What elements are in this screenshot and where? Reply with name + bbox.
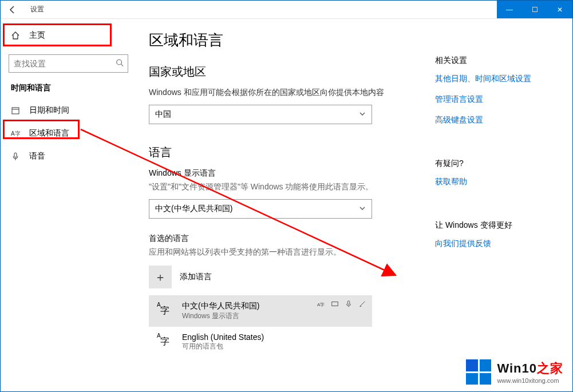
window-controls: — ☐ ✕: [497, 1, 572, 18]
text-to-speech-icon: [331, 300, 339, 310]
right-column: 相关设置 其他日期、时间和区域设置 管理语言设置 高级键盘设置 有疑问? 获取帮…: [435, 30, 555, 391]
display-language-desc: "设置"和"文件资源管理器"等 Windows 功能将使用此语言显示。: [149, 182, 389, 192]
svg-point-0: [117, 60, 122, 65]
region-heading: 国家或地区: [149, 64, 389, 80]
handwriting-icon: [358, 300, 366, 310]
sidebar-item-datetime[interactable]: 日期和时间: [1, 99, 136, 122]
microphone-icon: [11, 152, 22, 161]
feedback-link[interactable]: 向我们提供反馈: [435, 239, 555, 249]
page-title: 区域和语言: [149, 30, 389, 50]
display-language-label: Windows 显示语言: [149, 168, 389, 179]
add-language-button[interactable]: ＋ 添加语言: [149, 264, 389, 290]
country-value: 中国: [155, 109, 171, 120]
get-help-link[interactable]: 获取帮助: [435, 177, 555, 187]
preferred-languages-desc: 应用和网站将以列表中受支持的第一种语言进行显示。: [149, 247, 389, 258]
language-heading: 语言: [149, 145, 389, 160]
home-label: 主页: [29, 30, 45, 41]
svg-text:A字: A字: [317, 302, 325, 307]
language-glyph-icon: 字: [156, 302, 174, 320]
language-item-chinese[interactable]: 字 中文(中华人民共和国) Windows 显示语言 A字: [149, 295, 372, 327]
home-icon: [11, 31, 22, 40]
speech-microphone-icon: [345, 300, 353, 310]
home-button[interactable]: 主页: [1, 25, 136, 46]
main: 区域和语言 国家或地区 Windows 和应用可能会根据你所在的国家或地区向你提…: [136, 19, 572, 391]
watermark-logo-icon: [466, 359, 491, 385]
display-language-value: 中文(中华人民共和国): [155, 204, 232, 214]
back-button[interactable]: [1, 1, 26, 18]
svg-line-1: [121, 64, 124, 66]
language-glyph-icon: 字: [156, 333, 174, 351]
svg-rect-8: [347, 301, 350, 304]
titlebar: 设置 — ☐ ✕: [1, 1, 572, 19]
minimize-button[interactable]: —: [497, 1, 522, 18]
svg-text:A字: A字: [11, 130, 20, 137]
maximize-button[interactable]: ☐: [522, 1, 547, 18]
window-title: 设置: [26, 1, 44, 18]
sidebar-item-label: 日期和时间: [29, 105, 69, 116]
plus-icon: ＋: [149, 266, 172, 288]
language-item-english[interactable]: 字 English (United States) 可用的语言包: [149, 327, 372, 357]
sidebar: 主页 时间和语言 日期和时间 A字 区域和语言 语音: [1, 19, 136, 391]
language-name: English (United States): [182, 332, 264, 342]
sidebar-group-title: 时间和语言: [1, 83, 136, 99]
language-sub: 可用的语言包: [182, 342, 264, 351]
search-wrap: [9, 54, 128, 73]
region-desc: Windows 和应用可能会根据你所在的国家或地区向你提供本地内容: [149, 88, 389, 98]
watermark-brand-a: Win10: [497, 361, 537, 375]
svg-rect-7: [332, 302, 338, 306]
watermark-brand-b: 之家: [537, 361, 563, 375]
watermark-url: www.win10xitong.com: [497, 377, 563, 384]
display-language-select[interactable]: 中文(中华人民共和国): [149, 199, 372, 219]
preferred-languages-label: 首选的语言: [149, 233, 389, 244]
chevron-down-icon: [359, 205, 366, 213]
better-heading: 让 Windows 变得更好: [435, 220, 555, 231]
related-link-keyboard[interactable]: 高级键盘设置: [435, 115, 555, 125]
chevron-down-icon: [359, 110, 366, 118]
related-link-date-region[interactable]: 其他日期、时间和区域设置: [435, 74, 555, 84]
language-name: 中文(中华人民共和国): [182, 301, 259, 311]
calendar-icon: [11, 106, 22, 115]
watermark: Win10之家 www.win10xitong.com: [466, 359, 563, 385]
search-input[interactable]: [9, 54, 128, 73]
question-heading: 有疑问?: [435, 159, 555, 169]
language-feature-icons: A字: [317, 300, 366, 310]
sidebar-item-region-language[interactable]: A字 区域和语言: [1, 122, 136, 145]
related-settings-heading: 相关设置: [435, 56, 555, 66]
sidebar-item-label: 区域和语言: [29, 128, 69, 138]
related-link-language-admin[interactable]: 管理语言设置: [435, 94, 555, 105]
svg-rect-5: [14, 153, 17, 157]
arrow-left-icon: [9, 5, 18, 14]
content-column: 区域和语言 国家或地区 Windows 和应用可能会根据你所在的国家或地区向你提…: [149, 30, 389, 391]
search-icon: [116, 59, 124, 69]
country-select[interactable]: 中国: [149, 105, 372, 124]
display-language-icon: A字: [317, 300, 325, 310]
svg-rect-2: [12, 108, 19, 114]
language-sub: Windows 显示语言: [182, 311, 259, 321]
add-language-label: 添加语言: [180, 272, 212, 282]
language-icon: A字: [11, 129, 22, 138]
close-button[interactable]: ✕: [547, 1, 572, 18]
sidebar-item-speech[interactable]: 语音: [1, 145, 136, 168]
sidebar-item-label: 语音: [29, 151, 45, 161]
